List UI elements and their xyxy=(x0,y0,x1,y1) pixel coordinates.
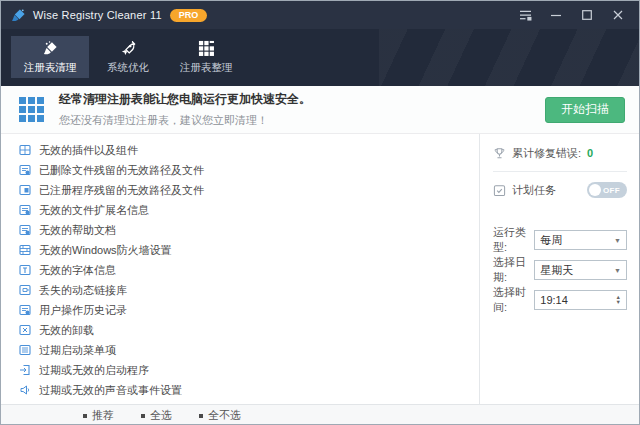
select-day-value: 星期天 xyxy=(540,263,573,278)
list-item-label: 过期或无效的启动程序 xyxy=(39,363,149,378)
calendar-check-icon xyxy=(493,184,506,197)
select-time-value: 19:14 xyxy=(540,294,568,306)
select-time-spinner[interactable]: 19:14 ▲▼ xyxy=(534,290,627,310)
close-button[interactable] xyxy=(607,5,629,25)
list-item-label: 过期启动菜单项 xyxy=(39,343,116,358)
list-item-label: 无效的卸载 xyxy=(39,323,94,338)
list-item[interactable]: 用户操作历史记录 xyxy=(19,300,479,320)
pro-badge: PRO xyxy=(170,9,208,22)
run-type-row: 运行类型: 每周 ▼ xyxy=(493,230,627,250)
uninstall-icon xyxy=(19,324,31,336)
fixed-errors-label: 累计修复错误: xyxy=(512,146,581,161)
divider xyxy=(493,171,627,172)
dll-icon xyxy=(19,284,31,296)
list-item[interactable]: 丢失的动态链接库 xyxy=(19,280,479,300)
chevron-down-icon: ▼ xyxy=(614,237,621,244)
info-banner: 经常清理注册表能让您电脑运行更加快速安全。 您还没有清理过注册表，建议您立即清理… xyxy=(1,86,639,134)
tab-registry-defrag[interactable]: 注册表整理 xyxy=(167,36,245,78)
schedule-toggle[interactable]: OFF xyxy=(587,182,627,198)
list-item[interactable]: 无效的帮助文档 xyxy=(19,220,479,240)
run-type-select[interactable]: 每周 ▼ xyxy=(534,230,627,250)
run-type-value: 每周 xyxy=(540,233,562,248)
list-item[interactable]: 无效的字体信息 xyxy=(19,260,479,280)
banner-title: 经常清理注册表能让您电脑运行更加快速安全。 xyxy=(59,91,311,108)
scheduled-task-row: 计划任务 OFF xyxy=(493,180,627,200)
nav-bar: 注册表清理 系统优化 注册表整理 xyxy=(1,29,639,86)
footer-link-label: 全选 xyxy=(150,408,172,423)
list-item[interactable]: 过期或无效的声音或事件设置 xyxy=(19,380,479,400)
list-item-label: 已注册程序残留的无效路径及文件 xyxy=(39,183,204,198)
list-item[interactable]: 已注册程序残留的无效路径及文件 xyxy=(19,180,479,200)
footer-bar: 推荐 全选 全不选 xyxy=(1,404,639,425)
select-none-link[interactable]: 全不选 xyxy=(199,408,241,423)
list-item-label: 无效的插件以及组件 xyxy=(39,143,138,158)
tab-label: 系统优化 xyxy=(107,61,149,75)
font-icon xyxy=(19,264,31,276)
list-item[interactable]: 无效的卸载 xyxy=(19,320,479,340)
trophy-icon xyxy=(493,147,506,160)
tab-system-tuneup[interactable]: 系统优化 xyxy=(89,36,167,78)
app-logo-brush-icon xyxy=(11,8,26,23)
nav-decoration xyxy=(379,29,639,86)
sound-icon xyxy=(19,384,31,396)
select-day-label: 选择日期: xyxy=(493,255,534,285)
select-all-link[interactable]: 全选 xyxy=(141,408,172,423)
file-extension-icon xyxy=(19,204,31,216)
list-item[interactable]: 过期启动菜单项 xyxy=(19,340,479,360)
run-type-label: 运行类型: xyxy=(493,225,534,255)
start-menu-icon xyxy=(19,344,31,356)
toggle-state-label: OFF xyxy=(603,186,620,195)
list-item-label: 过期或无效的声音或事件设置 xyxy=(39,383,182,398)
tab-label: 注册表整理 xyxy=(180,61,233,75)
list-item[interactable]: 无效的文件扩展名信息 xyxy=(19,200,479,220)
list-item[interactable]: 无效的Windows防火墙设置 xyxy=(19,240,479,260)
fixed-errors-row: 累计修复错误: 0 xyxy=(493,144,627,162)
scheduled-task-label: 计划任务 xyxy=(512,183,556,198)
registered-app-icon xyxy=(19,184,31,196)
list-item-label: 丢失的动态链接库 xyxy=(39,283,127,298)
list-item[interactable]: 已删除文件残留的无效路径及文件 xyxy=(19,160,479,180)
select-time-label: 选择时间: xyxy=(493,285,534,315)
history-icon xyxy=(19,304,31,316)
select-recommended-link[interactable]: 推荐 xyxy=(83,408,114,423)
firewall-icon xyxy=(19,244,31,256)
list-item-label: 无效的字体信息 xyxy=(39,263,116,278)
registry-grid-icon xyxy=(19,97,44,122)
rocket-icon xyxy=(120,40,137,57)
bullet-icon xyxy=(199,414,203,418)
fixed-errors-value: 0 xyxy=(587,147,593,159)
list-item[interactable]: 过期或无效的启动程序 xyxy=(19,360,479,380)
footer-link-label: 全不选 xyxy=(208,408,241,423)
list-item-label: 无效的文件扩展名信息 xyxy=(39,203,149,218)
minimize-button[interactable] xyxy=(545,5,567,25)
footer-link-label: 推荐 xyxy=(92,408,114,423)
startup-icon xyxy=(19,364,31,376)
window-title: Wise Registry Cleaner 11 xyxy=(33,9,162,21)
brush-icon xyxy=(42,40,59,57)
toggle-knob xyxy=(589,184,601,196)
select-day-row: 选择日期: 星期天 ▼ xyxy=(493,260,627,280)
select-time-row: 选择时间: 19:14 ▲▼ xyxy=(493,290,627,310)
list-item[interactable]: 无效的插件以及组件 xyxy=(19,140,479,160)
spinner-arrows-icon[interactable]: ▲▼ xyxy=(616,295,621,305)
chevron-down-icon: ▼ xyxy=(614,267,621,274)
start-scan-button[interactable]: 开始扫描 xyxy=(545,97,625,123)
select-day-select[interactable]: 星期天 ▼ xyxy=(534,260,627,280)
list-item-label: 无效的帮助文档 xyxy=(39,223,116,238)
plugin-icon xyxy=(19,144,31,156)
bullet-icon xyxy=(141,414,145,418)
bullet-icon xyxy=(83,414,87,418)
maximize-button[interactable] xyxy=(576,5,598,25)
list-item-label: 已删除文件残留的无效路径及文件 xyxy=(39,163,204,178)
right-panel: 累计修复错误: 0 计划任务 OFF 运行类型: 每周 xyxy=(479,134,639,404)
list-item-label: 用户操作历史记录 xyxy=(39,303,127,318)
tab-registry-cleaner[interactable]: 注册表清理 xyxy=(11,36,89,78)
title-bar: Wise Registry Cleaner 11 PRO xyxy=(1,1,639,29)
deleted-file-icon xyxy=(19,164,31,176)
main-content: 无效的插件以及组件 已删除文件残留的无效路径及文件 已注册程序残留的无效路径及文… xyxy=(1,134,639,404)
tab-label: 注册表清理 xyxy=(24,61,77,75)
scan-category-list: 无效的插件以及组件 已删除文件残留的无效路径及文件 已注册程序残留的无效路径及文… xyxy=(1,134,479,404)
list-item-label: 无效的Windows防火墙设置 xyxy=(39,243,172,258)
main-menu-icon[interactable] xyxy=(514,5,536,25)
defrag-grid-icon xyxy=(198,40,215,57)
